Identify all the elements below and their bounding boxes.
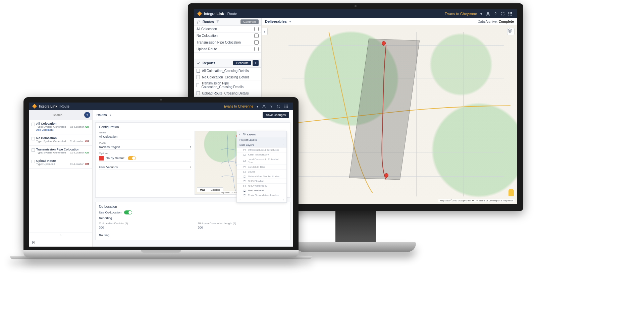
route-card[interactable]: All Colocation Type: System Generated Ad… <box>29 120 92 134</box>
reports-panel-head: Reports Generate + <box>194 59 261 68</box>
expand-caret[interactable]: ⌃ <box>29 233 92 239</box>
project-name[interactable]: Evans to Cheyenne <box>445 12 477 16</box>
name-field[interactable]: All Colocation <box>99 134 191 139</box>
mini-map-type-toggle[interactable]: Map Satellite <box>197 187 223 192</box>
layers-button[interactable] <box>507 28 515 35</box>
svg-point-0 <box>487 12 489 14</box>
routes-generate-button[interactable]: Generate <box>240 19 259 24</box>
configuration-card: Configuration Name All Colocation PLAE <box>95 122 290 198</box>
route-row-label: Transmission Pipe Colocation <box>197 41 241 44</box>
route-card[interactable]: Upload Route Type: Uploaded Co-Location … <box>29 157 92 169</box>
brand-section: | Route <box>225 12 237 16</box>
layer-row[interactable]: Natural Gas Tax Territories <box>237 174 286 179</box>
laptop-camera-icon <box>160 99 162 101</box>
reports-generate-button[interactable]: Generate <box>233 61 251 65</box>
route-card[interactable]: Transmission Pipe Colocation Type: Syste… <box>29 146 92 157</box>
app-header: Integra Link | Route Evans to Cheyenne ▾… <box>194 9 517 18</box>
eye-icon <box>243 166 246 168</box>
project-caret-icon[interactable]: ▾ <box>480 12 482 16</box>
layer-row[interactable]: NWI Wetland <box>237 188 286 193</box>
layers-next-button[interactable]: › <box>283 198 284 201</box>
help-icon[interactable]: ? <box>269 104 274 109</box>
mini-map-map-tab[interactable]: Map <box>197 188 208 192</box>
project-layers-section[interactable]: Project Layers <box>237 137 286 142</box>
corridor-label: Co-Location Corridor (ft) <box>99 222 188 225</box>
color-swatch[interactable] <box>99 156 104 161</box>
layer-row[interactable]: Karst Topography <box>237 152 286 157</box>
data-layers-section[interactable]: Data Layers <box>237 142 286 147</box>
laptop-bezel: Integra Link | Route Evans to Cheyenne ▾… <box>23 97 299 250</box>
user-icon[interactable] <box>485 11 491 16</box>
chevron-down-icon[interactable]: ▾ <box>110 114 111 117</box>
document-icon <box>197 69 200 73</box>
svg-rect-3 <box>511 12 512 13</box>
route-row-checkbox[interactable] <box>254 47 259 51</box>
route-row-checkbox[interactable] <box>254 34 259 38</box>
user-versions-row[interactable]: User Versions + <box>99 165 191 170</box>
layer-row[interactable]: Land Ownership Potential Con… <box>237 157 286 165</box>
layer-row[interactable]: Levee <box>237 169 286 174</box>
monitor-base <box>295 242 416 252</box>
layer-row[interactable]: NHD Waterbody <box>237 183 286 188</box>
panel-collapse-button[interactable]: ‹ <box>262 28 268 35</box>
chevron-down-icon[interactable]: ▾ <box>289 20 291 23</box>
reports-add-button[interactable]: + <box>253 60 259 66</box>
apps-grid-icon[interactable] <box>507 11 513 16</box>
filter-icon[interactable] <box>216 20 219 24</box>
on-by-default-label: On By Default <box>106 156 124 160</box>
minlen-field[interactable]: 300 <box>198 225 287 230</box>
document-tray-icon[interactable] <box>29 239 92 247</box>
route-card-status: Co-Location Off <box>70 140 89 143</box>
apps-grid-icon[interactable] <box>283 104 289 109</box>
pegman-icon[interactable] <box>508 189 514 196</box>
add-route-button[interactable]: + <box>84 112 90 118</box>
help-icon[interactable]: ? <box>493 11 498 16</box>
route-row-checkbox[interactable] <box>254 27 259 31</box>
user-icon[interactable] <box>261 104 267 109</box>
laptop-device: Integra Link | Route Evans to Cheyenne ▾… <box>23 97 299 259</box>
report-row[interactable]: Upload Route_Crossing Details <box>194 90 261 97</box>
route-row[interactable]: Upload Route <box>194 46 261 53</box>
layer-row[interactable]: NHD Flowline <box>237 179 286 183</box>
report-row[interactable]: Transmission Pipe Colocation_Crossing De… <box>194 80 261 90</box>
project-caret-icon[interactable]: ▾ <box>257 105 258 108</box>
route-row-checkbox[interactable] <box>254 40 259 45</box>
route-row[interactable]: No Colocation <box>194 33 261 39</box>
user-versions-add-icon[interactable]: + <box>190 166 191 169</box>
project-name[interactable]: Evans to Cheyenne <box>224 105 253 108</box>
monitor-camera-icon <box>355 5 357 7</box>
reporting-heading: Reporting <box>99 216 287 220</box>
routes-icon <box>197 20 201 24</box>
data-archive-label: Data Archive: <box>478 20 497 23</box>
map-canvas[interactable]: ‹ ellite Map data ©2020 Google 5 km ⊢—⊣ … <box>262 25 517 204</box>
monitor-stand <box>335 211 376 245</box>
add-comment-link[interactable]: Add Comment <box>36 128 89 131</box>
use-colocation-toggle[interactable] <box>124 210 132 214</box>
fullscreen-icon[interactable] <box>500 11 505 16</box>
layers-close-icon[interactable]: × <box>239 133 240 136</box>
svg-rect-5 <box>510 13 511 14</box>
layer-row[interactable]: Infrastructure & Structures <box>237 147 286 152</box>
report-row[interactable]: All Colocation_Crossing Details <box>194 68 261 74</box>
fullscreen-icon[interactable] <box>276 104 281 109</box>
route-row[interactable]: Transmission Pipe Colocation <box>194 39 261 46</box>
save-changes-button[interactable]: Save Changes <box>263 112 289 118</box>
configuration-title: Configuration <box>99 125 287 129</box>
brand-primary: Integra <box>204 12 215 16</box>
layer-row[interactable]: Peak Ground Acceleration <box>237 193 286 197</box>
layer-row[interactable]: Landslide Risk <box>237 165 286 169</box>
brand-secondary: Link <box>216 12 224 16</box>
route-card[interactable]: No Colocation Type: System Generated Co-… <box>29 134 92 146</box>
route-row-label: All Colocation <box>197 27 217 31</box>
plae-select[interactable]: Rockies Region <box>99 145 191 150</box>
on-by-default-toggle[interactable] <box>128 156 136 160</box>
svg-rect-18 <box>287 106 288 107</box>
layers-prev-button[interactable]: ‹ <box>239 198 240 201</box>
corridor-field[interactable]: 300 <box>99 225 188 230</box>
route-card-status: Co-Location On <box>70 125 89 128</box>
eye-icon <box>243 154 246 156</box>
route-row[interactable]: All Colocation <box>194 26 261 33</box>
report-row[interactable]: No Colocation_Crossing Details <box>194 74 261 80</box>
search-input[interactable] <box>31 112 84 118</box>
deliverables-tab[interactable]: Deliverables <box>265 19 287 23</box>
